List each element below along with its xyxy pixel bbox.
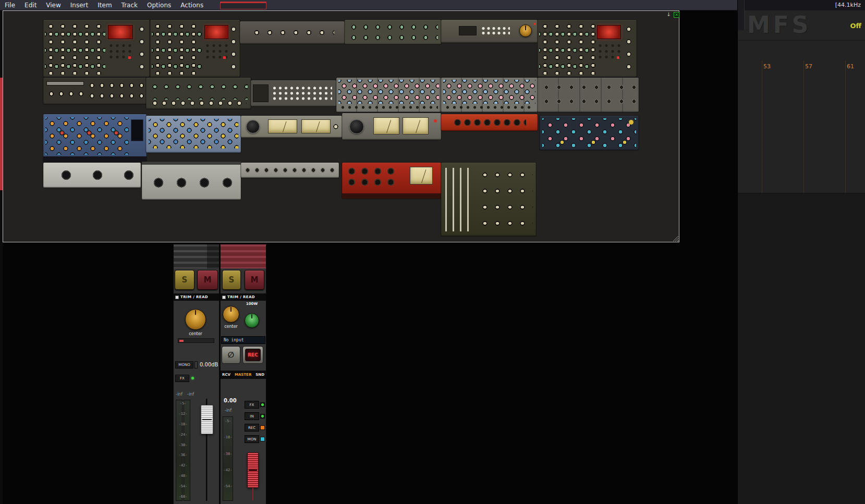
button-matrix (272, 85, 332, 101)
fader-value[interactable]: 0.00 (224, 398, 237, 403)
volume-fader[interactable] (201, 405, 213, 434)
grid-line (845, 61, 846, 193)
solo-button[interactable]: S (222, 270, 241, 290)
scale-tick: -54- (224, 485, 233, 488)
tab-snd[interactable]: SND (255, 373, 264, 377)
scale-tick: -30- (224, 452, 233, 456)
rack-unit-channel-strip-1[interactable] (43, 20, 150, 77)
input-selector[interactable]: No input (221, 336, 265, 344)
rack-unit-green-eq-2[interactable] (146, 78, 251, 109)
monitor-button[interactable]: MON (245, 435, 259, 443)
red-display (108, 25, 133, 39)
menu-options[interactable]: Options (142, 0, 176, 10)
automation-box (222, 296, 226, 299)
pan-knob[interactable] (223, 306, 239, 323)
menu-file[interactable]: File (0, 0, 20, 10)
rack-unit-red-eq[interactable] (441, 114, 538, 131)
arrange-lower-area[interactable] (738, 193, 865, 504)
knob-column (623, 23, 635, 74)
record-arm-button[interactable]: REC (242, 346, 263, 364)
docker-tab[interactable] (738, 0, 745, 30)
rack-unit-router[interactable] (251, 80, 336, 106)
menu-actions[interactable]: Actions (176, 0, 208, 10)
knob-grid (443, 80, 535, 104)
knob-grid (46, 88, 84, 102)
led (434, 119, 437, 122)
volume-fader[interactable] (247, 452, 259, 488)
phase-button[interactable]: ∅ (222, 346, 240, 364)
scale-tick: -18- (224, 436, 233, 439)
track-lanes[interactable] (174, 244, 219, 268)
fx-button[interactable]: FX (245, 401, 259, 409)
rack-unit-green-eq[interactable] (345, 20, 441, 44)
red-display (204, 25, 228, 39)
ruler-mark: 53 (763, 63, 771, 70)
peak-value: -inf (225, 408, 232, 413)
width-knob[interactable] (245, 313, 259, 328)
menu-insert[interactable]: Insert (66, 0, 93, 10)
volume-value[interactable]: 0.00dB (200, 362, 218, 367)
scale-tick: -12- (179, 412, 188, 416)
rack-unit-silver-preamp[interactable] (43, 163, 141, 188)
rack-unit-red-compressor[interactable] (342, 163, 441, 199)
rack-unit-channel-strip-2[interactable] (150, 20, 240, 77)
input-monitor-button[interactable]: IN (245, 412, 259, 420)
mixer-track-2: S M TRIM / READ 100W center No input ∅ R… (221, 244, 266, 504)
rack-unit-preamp[interactable] (43, 78, 147, 104)
yellow-knob (629, 120, 633, 125)
solo-button[interactable]: S (175, 270, 194, 290)
mute-button[interactable]: M (197, 270, 218, 290)
tab-rcv[interactable]: RCV (222, 373, 230, 377)
close-icon[interactable]: ✕ (674, 12, 679, 18)
scale-tick: -48- (179, 474, 188, 478)
record-arm-label: REC (245, 349, 261, 361)
menu-track[interactable]: Track (117, 0, 142, 10)
knob-column (228, 23, 238, 74)
fx-button[interactable]: FX (175, 375, 189, 382)
rack-unit-limiter[interactable] (441, 20, 538, 43)
rack-unit-compressor-row[interactable] (240, 21, 345, 44)
mono-button[interactable]: MONO (175, 361, 193, 368)
rack-unit-grey-modules[interactable] (538, 78, 639, 112)
automation-mode-button[interactable]: TRIM / READ (174, 293, 219, 301)
rack-unit-pastel-modules-1[interactable] (336, 78, 441, 112)
rack-unit-channel-strip-3[interactable] (538, 20, 637, 77)
dock-arrow-icon[interactable]: ↓ (666, 11, 671, 18)
monitor-off-label[interactable]: Off (850, 22, 861, 30)
rack-unit-silver-compressor[interactable] (142, 162, 241, 200)
rack-unit-vintage-eq[interactable] (441, 163, 536, 236)
env-display[interactable] (178, 338, 214, 343)
scale-tick: -5- (180, 402, 187, 405)
scale-tick: -54- (179, 485, 188, 488)
top-edge (142, 162, 241, 165)
vu-meter (410, 167, 433, 185)
rack-unit-blue-eq[interactable] (146, 116, 241, 153)
mono-stepper[interactable] (194, 361, 198, 368)
track-lanes[interactable] (221, 244, 266, 268)
rack-unit-dark-colorful-eq[interactable] (540, 116, 639, 150)
rec-button[interactable]: REC (245, 424, 259, 432)
tab-master[interactable]: MASTER (235, 373, 251, 377)
timeline-ruler[interactable] (738, 60, 865, 75)
led (223, 56, 226, 59)
menu-edit[interactable]: Edit (20, 0, 41, 10)
rack-unit-blue-console[interactable] (43, 114, 147, 162)
menu-view[interactable]: View (41, 0, 65, 10)
rack-unit-pastel-modules-2[interactable] (441, 78, 538, 112)
fader-slot (252, 488, 253, 500)
menu-item[interactable]: Item (93, 0, 116, 10)
mute-button[interactable]: M (245, 270, 264, 290)
grid-line (762, 61, 762, 193)
automation-mode-button[interactable]: TRIM / READ (221, 293, 266, 301)
pan-knob[interactable] (185, 309, 206, 330)
rack-unit-vu-compressor-1[interactable] (241, 116, 342, 138)
resize-grip[interactable] (673, 236, 678, 241)
knob-grid (45, 22, 105, 75)
rack-unit-vu-compressor-2[interactable] (342, 113, 441, 140)
knob-row (147, 169, 236, 196)
knob-grid (348, 22, 438, 42)
orange-knob (519, 24, 532, 37)
fx-chain-window[interactable]: ↓ ✕ (3, 10, 679, 242)
rack-unit-graphic-eq[interactable] (241, 163, 339, 178)
fader-slots (445, 168, 473, 231)
